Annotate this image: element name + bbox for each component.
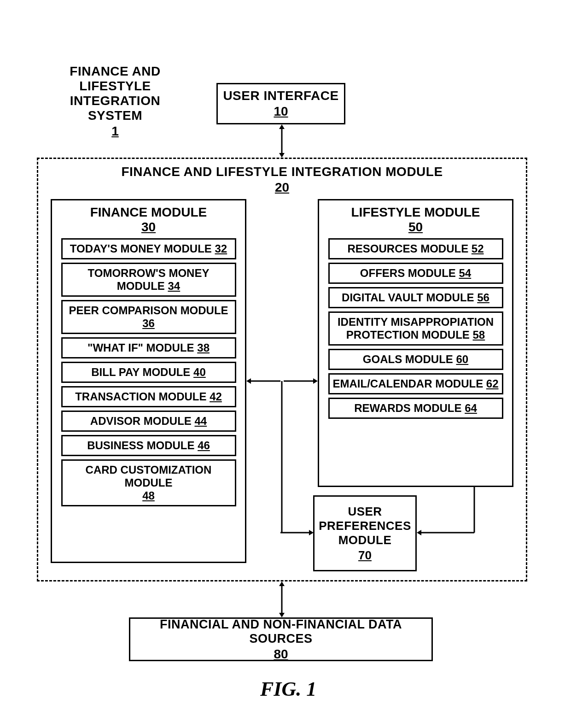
svg-marker-4 <box>279 581 285 586</box>
data-sources-num: 80 <box>274 647 288 662</box>
submodule-label: RESOURCES MODULE <box>347 242 468 255</box>
arrow-lifestyle-to-center <box>281 378 318 384</box>
system-title-line2: INTEGRATION SYSTEM <box>41 94 189 123</box>
finance-module-box: FINANCE MODULE 30 TODAY'S MONEY MODULE 3… <box>51 199 246 563</box>
line-lifestyle-vertical <box>473 487 476 533</box>
svg-marker-7 <box>246 378 251 384</box>
system-title: FINANCE AND LIFESTYLE INTEGRATION SYSTEM… <box>41 76 189 127</box>
submodule-label: CARD CUSTOMIZATION MODULE <box>86 464 212 489</box>
svg-marker-2 <box>279 153 285 158</box>
user-prefs-num: 70 <box>358 548 372 563</box>
submodule-num: 56 <box>477 291 489 304</box>
submodule-num: 48 <box>142 489 155 502</box>
user-interface-title: USER INTERFACE <box>223 88 338 103</box>
integration-module-num: 20 <box>275 180 289 195</box>
finance-submodule: "WHAT IF" MODULE 38 <box>61 337 236 358</box>
submodule-num: 52 <box>472 242 484 255</box>
user-prefs-l1: USER <box>348 505 382 519</box>
submodule-label: "WHAT IF" MODULE <box>87 341 194 354</box>
submodule-label: ADVISOR MODULE <box>90 415 192 427</box>
svg-marker-1 <box>279 124 285 129</box>
finance-submodule: CARD CUSTOMIZATION MODULE48 <box>61 459 236 506</box>
submodule-num: 54 <box>459 267 471 279</box>
system-num: 1 <box>111 124 119 139</box>
submodule-num: 40 <box>193 366 206 378</box>
submodule-num: 32 <box>215 242 227 255</box>
finance-submodule: PEER COMPARISON MODULE 36 <box>61 300 236 334</box>
lifestyle-items: RESOURCES MODULE 52OFFERS MODULE 54DIGIT… <box>319 238 512 419</box>
arrow-ui-to-integration <box>279 124 285 158</box>
submodule-label: TOMORROW'S MONEY MODULE <box>88 267 210 292</box>
user-interface-box: USER INTERFACE 10 <box>216 83 345 124</box>
submodule-label: TRANSACTION MODULE <box>75 390 206 403</box>
lifestyle-submodule: EMAIL/CALENDAR MODULE 62 <box>328 373 503 394</box>
line-center-vertical <box>280 381 283 533</box>
submodule-label: OFFERS MODULE <box>360 267 456 279</box>
submodule-label: BILL PAY MODULE <box>91 366 190 378</box>
lifestyle-module-title: LIFESTYLE MODULE <box>319 205 512 220</box>
submodule-num: 64 <box>465 402 477 414</box>
finance-submodule: TRANSACTION MODULE 42 <box>61 386 236 407</box>
arrow-integration-to-datasources <box>279 581 285 617</box>
arrow-finance-to-center <box>246 378 283 384</box>
finance-submodule: TOMORROW'S MONEY MODULE 34 <box>61 263 236 297</box>
lifestyle-submodule: OFFERS MODULE 54 <box>328 263 503 284</box>
data-sources-title: FINANCIAL AND NON-FINANCIAL DATA SOURCES <box>130 617 431 646</box>
system-title-line1: FINANCE AND LIFESTYLE <box>41 64 189 94</box>
lifestyle-submodule: GOALS MODULE 60 <box>328 349 503 370</box>
user-prefs-l2: PREFERENCES <box>319 519 411 533</box>
user-prefs-l3: MODULE <box>338 533 392 547</box>
lifestyle-submodule: DIGITAL VAULT MODULE 56 <box>328 287 503 308</box>
submodule-label: DIGITAL VAULT MODULE <box>342 291 474 304</box>
submodule-label: TODAY'S MONEY MODULE <box>70 242 212 255</box>
finance-submodule: ADVISOR MODULE 44 <box>61 411 236 432</box>
submodule-num: 38 <box>197 341 210 354</box>
finance-module-num: 30 <box>52 220 245 235</box>
lifestyle-module-box: LIFESTYLE MODULE 50 RESOURCES MODULE 52O… <box>318 199 513 487</box>
submodule-num: 62 <box>486 377 499 390</box>
user-preferences-box: USER PREFERENCES MODULE 70 <box>313 495 417 571</box>
svg-marker-5 <box>279 613 285 617</box>
submodule-num: 58 <box>472 329 485 341</box>
integration-module-title: FINANCE AND LIFESTYLE INTEGRATION MODULE <box>121 164 443 179</box>
finance-submodule: TODAY'S MONEY MODULE 32 <box>61 238 236 259</box>
submodule-num: 44 <box>194 415 207 427</box>
submodule-label: GOALS MODULE <box>363 353 453 365</box>
lifestyle-submodule: IDENTITY MISAPPROPIATIONPROTECTION MODUL… <box>328 311 503 346</box>
lifestyle-submodule: REWARDS MODULE 64 <box>328 398 503 419</box>
user-interface-num: 10 <box>274 104 288 119</box>
svg-marker-14 <box>417 530 421 535</box>
finance-submodule: BUSINESS MODULE 46 <box>61 435 236 456</box>
lifestyle-module-num: 50 <box>319 220 512 235</box>
submodule-label: REWARDS MODULE <box>354 402 461 414</box>
submodule-label: EMAIL/CALENDAR MODULE <box>332 377 483 390</box>
data-sources-box: FINANCIAL AND NON-FINANCIAL DATA SOURCES… <box>129 617 433 661</box>
finance-submodule: BILL PAY MODULE 40 <box>61 362 236 383</box>
integration-module-header: FINANCE AND LIFESTYLE INTEGRATION MODULE… <box>37 161 527 198</box>
submodule-label: IDENTITY MISAPPROPIATIONPROTECTION MODUL… <box>338 316 494 341</box>
arrow-finance-to-prefs <box>280 530 314 535</box>
svg-marker-12 <box>309 530 314 535</box>
svg-marker-9 <box>313 378 318 384</box>
submodule-label: PEER COMPARISON MODULE <box>69 304 228 317</box>
lifestyle-submodule: RESOURCES MODULE 52 <box>328 238 503 259</box>
submodule-num: 46 <box>198 439 210 452</box>
finance-module-title: FINANCE MODULE <box>52 205 245 220</box>
finance-items: TODAY'S MONEY MODULE 32TOMORROW'S MONEY … <box>52 238 245 506</box>
submodule-num: 36 <box>142 317 155 329</box>
submodule-num: 34 <box>168 280 180 292</box>
figure-caption: FIG. 1 <box>260 677 316 701</box>
arrow-lifestyle-to-prefs <box>417 530 474 535</box>
submodule-label: BUSINESS MODULE <box>87 439 194 452</box>
submodule-num: 60 <box>456 353 468 365</box>
submodule-num: 42 <box>210 390 222 403</box>
